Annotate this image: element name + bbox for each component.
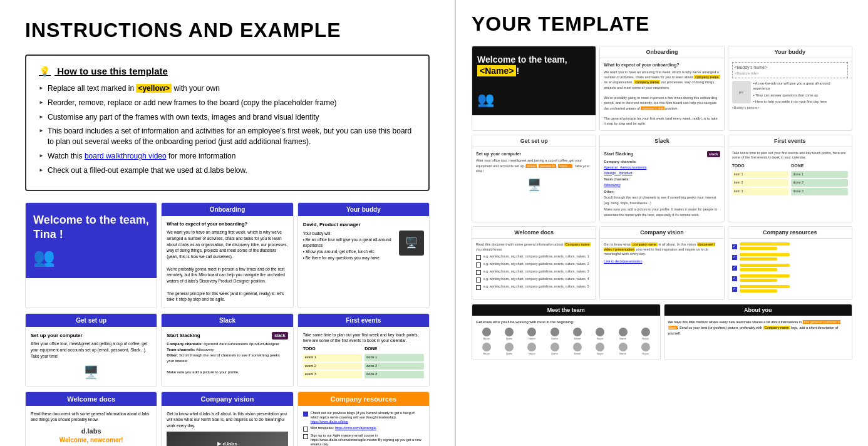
right-panel: YOUR TEMPLATE Welcome to the team, <Name…	[456, 0, 868, 446]
instruction-item-5: Watch this board walkthrough video for m…	[39, 151, 416, 162]
team-member: Name	[476, 343, 497, 356]
example-row-1: Welcome to the team, Tina ! 👥 Onboarding…	[25, 202, 430, 309]
team-member: Name	[499, 328, 519, 341]
team-member: Name	[544, 343, 565, 356]
example-onboarding-card: Onboarding What to expect of your onboar…	[161, 202, 293, 309]
template-resources-header: Company resources	[728, 227, 852, 239]
template-setup-header: Get set up	[472, 135, 596, 147]
template-slack-header: Slack	[600, 135, 723, 147]
template-docs-header: Welcome docs	[472, 227, 596, 239]
template-slack-body: Start Slacking slack Company channels: #…	[600, 147, 723, 222]
welcome-title: Welcome to the team, Tina !	[33, 213, 149, 242]
template-docs-card: Welcome docs Read this document with som…	[472, 226, 596, 300]
template-slack-card: Slack Start Slacking slack Company chann…	[599, 135, 724, 222]
team-member: Name	[522, 343, 542, 356]
example-setup-card: Get set up Set up your computer After yo…	[25, 313, 157, 386]
name-placeholder: <Name>	[477, 65, 516, 76]
example-row-2: Get set up Set up your computer After yo…	[25, 313, 430, 386]
team-member: Name	[612, 328, 633, 341]
template-meet-team-body: Get know who you'll be working with most…	[472, 316, 660, 360]
example-resources-header: Company resources	[298, 392, 429, 406]
team-member: Name	[635, 328, 656, 341]
example-events-header: First events	[298, 314, 429, 327]
example-welcome-card: Welcome to the team, Tina ! 👥	[25, 202, 157, 309]
team-member: Name	[590, 343, 611, 356]
template-welcome-figure: 👥	[477, 91, 591, 108]
example-resources-body: Check out our previous blogs (if you hav…	[298, 406, 429, 446]
example-slack-card: Slack Start Slacking slack Company chann…	[161, 313, 293, 386]
template-about-card: About you We have this little tradition …	[664, 304, 853, 360]
instruction-box: 💡 How to use this template Replace all t…	[25, 54, 430, 191]
instruction-item-3: Customise any part of the frames with ow…	[39, 112, 416, 123]
template-events-body: Take some time to plan out your first ev…	[728, 147, 852, 200]
template-buddy-body: <Buddy's name> <Buddy's title> pic • An …	[728, 58, 852, 115]
template-events-header: First events	[728, 135, 852, 147]
instruction-item-4: This board includes a set of information…	[39, 126, 416, 147]
example-setup-header: Get set up	[26, 314, 157, 327]
template-row-1: Welcome to the team, <Name>! 👥 Onboardin…	[472, 46, 852, 131]
left-panel: INSTRUCTIONS AND EXAMPLE 💡 How to use th…	[0, 0, 456, 446]
template-buddy-header: Your buddy	[728, 46, 852, 58]
template-onboarding-body: What to expect of your onboarding? We wa…	[600, 58, 723, 130]
template-row-3: Welcome docs Read this document with som…	[472, 226, 852, 300]
template-buddy-card: Your buddy <Buddy's name> <Buddy's title…	[728, 46, 852, 131]
video-link[interactable]: board walkthrough video	[85, 152, 167, 160]
lightbulb-icon: 💡	[39, 66, 51, 76]
resource-check-5: ✓	[732, 287, 737, 292]
team-member: Name	[544, 328, 565, 341]
example-events-card: First events Take some time to plan out …	[297, 313, 430, 386]
example-onboarding-header: Onboarding	[162, 203, 292, 216]
template-about-header: About you	[664, 304, 852, 316]
team-member: Name	[567, 343, 587, 356]
template-meet-team-card: Meet the team Get know who you'll be wor…	[472, 304, 661, 360]
team-member: Name	[635, 343, 656, 356]
buddy-name-placeholder: <Buddy's name> <Buddy's title>	[732, 62, 848, 78]
template-onboarding-card: Onboarding What to expect of your onboar…	[599, 46, 724, 131]
example-buddy-header: Your buddy	[298, 203, 429, 216]
template-meet-team-header: Meet the team	[472, 304, 660, 316]
example-setup-body: Set up your computer After your office t…	[26, 327, 157, 385]
welcome-figure: 👥	[33, 247, 55, 267]
template-docs-body: Read this document with some general inf…	[472, 239, 596, 296]
vision-link[interactable]: Link to deck/presentation	[604, 259, 720, 264]
example-buddy-card: Your buddy David, Product manager 🖥️ You…	[297, 202, 430, 309]
example-docs-body: Read these document with some general in…	[26, 406, 157, 446]
template-about-body: We have this little tradition where ever…	[664, 316, 852, 360]
team-member: Name	[522, 328, 542, 341]
example-welcome-body: Welcome to the team, Tina ! 👥	[26, 203, 157, 278]
instruction-list: Replace all text marked in <yellow> with…	[39, 83, 416, 176]
right-panel-title: YOUR TEMPLATE	[472, 13, 852, 36]
resource-check-1: ✓	[732, 244, 737, 249]
example-docs-card: Welcome docs Read these document with so…	[25, 392, 157, 446]
template-resources-body: ✓ ✓ ✓ ✓ ✓	[728, 239, 852, 299]
example-vision-body: Get to know what d.labs is all about. In…	[162, 406, 292, 446]
resource-check-3: ✓	[732, 266, 737, 271]
resource-check-4: ✓	[732, 276, 737, 281]
template-row-2: Get set up Set up your computer After yo…	[472, 135, 852, 222]
template-welcome-body: Welcome to the team, <Name>! 👥	[472, 46, 596, 115]
team-member: Name	[499, 343, 519, 356]
template-setup-body: Set up your computer After your office t…	[472, 147, 596, 197]
template-welcome-text: Welcome to the team, <Name>!	[477, 54, 591, 76]
vision-image: ▶ d.labs	[167, 432, 287, 446]
instruction-item-6: Check out a filled-out example that we u…	[39, 165, 416, 176]
template-resources-card: Company resources ✓ ✓ ✓ ✓ ✓	[728, 226, 852, 300]
template-vision-body: Get to know what company name is all abo…	[600, 239, 723, 289]
template-row-4: Meet the team Get know who you'll be wor…	[472, 304, 852, 360]
example-onboarding-body: What to expect of your onboarding? We wa…	[162, 216, 292, 308]
template-vision-card: Company vision Get to know what company …	[599, 226, 724, 300]
template-welcome-card: Welcome to the team, <Name>! 👥	[472, 46, 596, 131]
resource-check-2: ✓	[732, 255, 737, 260]
template-events-card: First events Take some time to plan out …	[728, 135, 852, 222]
team-grid: Name Name Name Name Name Name Name Name …	[476, 328, 656, 356]
example-buddy-body: David, Product manager 🖥️ Your buddy wil…	[298, 216, 429, 272]
example-slack-header: Slack	[162, 314, 292, 327]
example-slack-body: Start Slacking slack Company channels: #…	[162, 327, 292, 383]
team-member: Name	[590, 328, 611, 341]
team-member: Name	[476, 328, 497, 341]
instruction-item-2: Reorder, remove, replace or add new fram…	[39, 98, 416, 108]
instruction-item-1: Replace all text marked in <yellow> with…	[39, 83, 416, 94]
example-resources-card: Company resources Check out our previous…	[297, 392, 430, 446]
example-docs-header: Welcome docs	[26, 392, 157, 406]
example-vision-card: Company vision Get to know what d.labs i…	[161, 392, 293, 446]
